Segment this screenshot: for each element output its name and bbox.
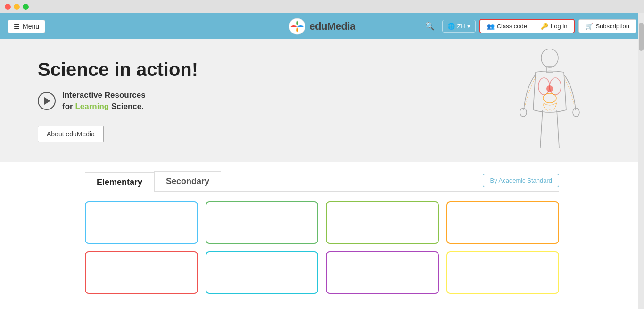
language-button[interactable]: 🌐 ZH ▾ xyxy=(442,20,475,33)
svg-point-7 xyxy=(546,85,553,92)
tab-elementary[interactable]: Elementary xyxy=(85,172,154,192)
users-icon: 👥 xyxy=(487,23,495,30)
cards-row-1 xyxy=(85,201,559,244)
logo[interactable]: eduMedia xyxy=(289,18,355,35)
card-7[interactable] xyxy=(326,251,439,294)
card-8[interactable] xyxy=(446,251,560,294)
login-button[interactable]: 🔑 Log in xyxy=(534,20,574,33)
login-label: Log in xyxy=(551,23,567,30)
svg-point-8 xyxy=(543,93,556,103)
hero-image xyxy=(503,46,597,155)
svg-point-3 xyxy=(520,108,527,117)
card-4[interactable] xyxy=(446,201,560,244)
hamburger-icon: ☰ xyxy=(14,23,20,30)
key-icon: 🔑 xyxy=(541,23,548,30)
title-bar xyxy=(0,0,644,13)
navbar-right: 🔍 🌐 ZH ▾ 👥 Class code 🔑 Log in 🛒 Subscri… xyxy=(421,19,636,33)
play-button[interactable] xyxy=(38,92,56,110)
tabs-header: Elementary Secondary By Academic Standar… xyxy=(85,171,559,192)
globe-icon: 🌐 xyxy=(447,23,455,30)
tabs-section: Elementary Secondary By Academic Standar… xyxy=(0,162,644,192)
card-5[interactable] xyxy=(85,251,198,294)
body-illustration xyxy=(512,49,587,152)
minimize-button[interactable] xyxy=(14,4,20,10)
search-button[interactable]: 🔍 xyxy=(421,20,438,33)
hero-section: Science in action! Interactive Resources… xyxy=(0,39,644,162)
card-6[interactable] xyxy=(206,251,319,294)
class-code-button[interactable]: 👥 Class code xyxy=(480,20,534,33)
close-button[interactable] xyxy=(5,4,11,10)
auth-group: 👥 Class code 🔑 Log in xyxy=(479,19,575,33)
subscription-label: Subscription xyxy=(595,23,629,30)
hero-desc-for: for xyxy=(62,102,75,111)
subscription-button[interactable]: 🛒 Subscription xyxy=(578,19,636,33)
search-icon: 🔍 xyxy=(425,22,435,30)
scrollbar-thumb[interactable] xyxy=(639,23,644,51)
hero-desc-learning: Learning xyxy=(75,102,109,111)
logo-icon xyxy=(289,18,305,35)
tab-secondary[interactable]: Secondary xyxy=(154,171,221,191)
navbar: ☰ Menu eduMedia 🔍 🌐 ZH ▾ 👥 Class code xyxy=(0,13,644,39)
lang-label: ZH xyxy=(457,23,465,30)
dropdown-icon: ▾ xyxy=(467,23,471,30)
academic-standard-button[interactable]: By Academic Standard xyxy=(483,174,559,187)
hero-description: Interactive Resources for Learning Scien… xyxy=(62,90,146,112)
cards-row-2 xyxy=(85,251,559,294)
card-2[interactable] xyxy=(206,201,319,244)
menu-label: Menu xyxy=(23,23,39,30)
play-icon xyxy=(44,97,50,105)
hero-desc-science: Science. xyxy=(109,102,144,111)
svg-point-4 xyxy=(573,108,579,117)
cards-section xyxy=(0,192,644,309)
scrollbar[interactable] xyxy=(638,13,644,309)
card-1[interactable] xyxy=(85,201,198,244)
about-button[interactable]: About eduMedia xyxy=(38,126,104,142)
card-3[interactable] xyxy=(326,201,439,244)
menu-button[interactable]: ☰ Menu xyxy=(8,20,45,33)
hero-desc-line1: Interactive Resources xyxy=(62,91,146,100)
maximize-button[interactable] xyxy=(23,4,29,10)
logo-text: eduMedia xyxy=(309,20,355,33)
cart-icon: 🛒 xyxy=(586,23,593,30)
class-code-label: Class code xyxy=(497,23,527,30)
svg-point-1 xyxy=(541,49,558,67)
